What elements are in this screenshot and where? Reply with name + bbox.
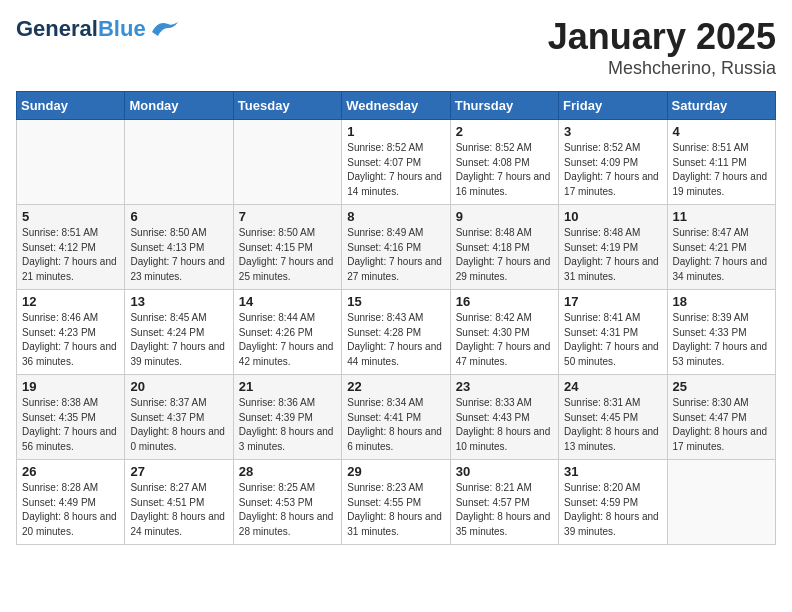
month-title: January 2025 [548, 16, 776, 58]
day-info: Sunrise: 8:37 AMSunset: 4:37 PMDaylight:… [130, 396, 227, 454]
calendar-cell: 17Sunrise: 8:41 AMSunset: 4:31 PMDayligh… [559, 290, 667, 375]
calendar-cell [17, 120, 125, 205]
day-number: 15 [347, 294, 444, 309]
calendar-cell: 8Sunrise: 8:49 AMSunset: 4:16 PMDaylight… [342, 205, 450, 290]
calendar-cell: 23Sunrise: 8:33 AMSunset: 4:43 PMDayligh… [450, 375, 558, 460]
day-info: Sunrise: 8:48 AMSunset: 4:19 PMDaylight:… [564, 226, 661, 284]
day-number: 30 [456, 464, 553, 479]
location-title: Meshcherino, Russia [548, 58, 776, 79]
calendar-cell: 26Sunrise: 8:28 AMSunset: 4:49 PMDayligh… [17, 460, 125, 545]
day-number: 10 [564, 209, 661, 224]
day-info: Sunrise: 8:52 AMSunset: 4:08 PMDaylight:… [456, 141, 553, 199]
calendar-cell: 6Sunrise: 8:50 AMSunset: 4:13 PMDaylight… [125, 205, 233, 290]
calendar-cell: 14Sunrise: 8:44 AMSunset: 4:26 PMDayligh… [233, 290, 341, 375]
day-info: Sunrise: 8:36 AMSunset: 4:39 PMDaylight:… [239, 396, 336, 454]
day-info: Sunrise: 8:52 AMSunset: 4:07 PMDaylight:… [347, 141, 444, 199]
day-info: Sunrise: 8:34 AMSunset: 4:41 PMDaylight:… [347, 396, 444, 454]
calendar-cell: 21Sunrise: 8:36 AMSunset: 4:39 PMDayligh… [233, 375, 341, 460]
day-number: 29 [347, 464, 444, 479]
weekday-header-row: SundayMondayTuesdayWednesdayThursdayFrid… [17, 92, 776, 120]
day-info: Sunrise: 8:31 AMSunset: 4:45 PMDaylight:… [564, 396, 661, 454]
calendar-cell: 22Sunrise: 8:34 AMSunset: 4:41 PMDayligh… [342, 375, 450, 460]
page-header: GeneralBlue January 2025 Meshcherino, Ru… [16, 16, 776, 79]
calendar-cell: 29Sunrise: 8:23 AMSunset: 4:55 PMDayligh… [342, 460, 450, 545]
day-info: Sunrise: 8:49 AMSunset: 4:16 PMDaylight:… [347, 226, 444, 284]
calendar-cell: 4Sunrise: 8:51 AMSunset: 4:11 PMDaylight… [667, 120, 775, 205]
weekday-header: Thursday [450, 92, 558, 120]
calendar-cell: 20Sunrise: 8:37 AMSunset: 4:37 PMDayligh… [125, 375, 233, 460]
day-info: Sunrise: 8:23 AMSunset: 4:55 PMDaylight:… [347, 481, 444, 539]
day-info: Sunrise: 8:46 AMSunset: 4:23 PMDaylight:… [22, 311, 119, 369]
calendar-cell: 13Sunrise: 8:45 AMSunset: 4:24 PMDayligh… [125, 290, 233, 375]
day-info: Sunrise: 8:47 AMSunset: 4:21 PMDaylight:… [673, 226, 770, 284]
day-number: 20 [130, 379, 227, 394]
calendar-cell: 18Sunrise: 8:39 AMSunset: 4:33 PMDayligh… [667, 290, 775, 375]
day-number: 28 [239, 464, 336, 479]
day-number: 17 [564, 294, 661, 309]
day-number: 27 [130, 464, 227, 479]
calendar-cell: 24Sunrise: 8:31 AMSunset: 4:45 PMDayligh… [559, 375, 667, 460]
calendar-cell: 5Sunrise: 8:51 AMSunset: 4:12 PMDaylight… [17, 205, 125, 290]
day-info: Sunrise: 8:28 AMSunset: 4:49 PMDaylight:… [22, 481, 119, 539]
calendar-cell: 3Sunrise: 8:52 AMSunset: 4:09 PMDaylight… [559, 120, 667, 205]
day-info: Sunrise: 8:33 AMSunset: 4:43 PMDaylight:… [456, 396, 553, 454]
weekday-header: Saturday [667, 92, 775, 120]
calendar-week-row: 5Sunrise: 8:51 AMSunset: 4:12 PMDaylight… [17, 205, 776, 290]
weekday-header: Tuesday [233, 92, 341, 120]
day-number: 2 [456, 124, 553, 139]
day-info: Sunrise: 8:50 AMSunset: 4:13 PMDaylight:… [130, 226, 227, 284]
day-number: 14 [239, 294, 336, 309]
day-info: Sunrise: 8:25 AMSunset: 4:53 PMDaylight:… [239, 481, 336, 539]
day-number: 13 [130, 294, 227, 309]
day-info: Sunrise: 8:45 AMSunset: 4:24 PMDaylight:… [130, 311, 227, 369]
day-info: Sunrise: 8:30 AMSunset: 4:47 PMDaylight:… [673, 396, 770, 454]
logo-text: GeneralBlue [16, 16, 146, 42]
weekday-header: Monday [125, 92, 233, 120]
day-number: 23 [456, 379, 553, 394]
day-info: Sunrise: 8:44 AMSunset: 4:26 PMDaylight:… [239, 311, 336, 369]
day-number: 21 [239, 379, 336, 394]
day-info: Sunrise: 8:52 AMSunset: 4:09 PMDaylight:… [564, 141, 661, 199]
calendar-cell: 2Sunrise: 8:52 AMSunset: 4:08 PMDaylight… [450, 120, 558, 205]
calendar-week-row: 26Sunrise: 8:28 AMSunset: 4:49 PMDayligh… [17, 460, 776, 545]
day-number: 6 [130, 209, 227, 224]
day-number: 12 [22, 294, 119, 309]
calendar-week-row: 12Sunrise: 8:46 AMSunset: 4:23 PMDayligh… [17, 290, 776, 375]
title-block: January 2025 Meshcherino, Russia [548, 16, 776, 79]
day-number: 24 [564, 379, 661, 394]
day-info: Sunrise: 8:27 AMSunset: 4:51 PMDaylight:… [130, 481, 227, 539]
day-info: Sunrise: 8:41 AMSunset: 4:31 PMDaylight:… [564, 311, 661, 369]
calendar-cell: 9Sunrise: 8:48 AMSunset: 4:18 PMDaylight… [450, 205, 558, 290]
day-info: Sunrise: 8:20 AMSunset: 4:59 PMDaylight:… [564, 481, 661, 539]
day-number: 1 [347, 124, 444, 139]
logo: GeneralBlue [16, 16, 182, 42]
day-number: 3 [564, 124, 661, 139]
day-info: Sunrise: 8:39 AMSunset: 4:33 PMDaylight:… [673, 311, 770, 369]
calendar-cell [233, 120, 341, 205]
calendar-table: SundayMondayTuesdayWednesdayThursdayFrid… [16, 91, 776, 545]
day-info: Sunrise: 8:42 AMSunset: 4:30 PMDaylight:… [456, 311, 553, 369]
day-info: Sunrise: 8:51 AMSunset: 4:12 PMDaylight:… [22, 226, 119, 284]
calendar-cell: 16Sunrise: 8:42 AMSunset: 4:30 PMDayligh… [450, 290, 558, 375]
day-number: 5 [22, 209, 119, 224]
calendar-cell: 10Sunrise: 8:48 AMSunset: 4:19 PMDayligh… [559, 205, 667, 290]
calendar-cell: 25Sunrise: 8:30 AMSunset: 4:47 PMDayligh… [667, 375, 775, 460]
calendar-cell [125, 120, 233, 205]
day-info: Sunrise: 8:51 AMSunset: 4:11 PMDaylight:… [673, 141, 770, 199]
calendar-week-row: 19Sunrise: 8:38 AMSunset: 4:35 PMDayligh… [17, 375, 776, 460]
calendar-cell: 30Sunrise: 8:21 AMSunset: 4:57 PMDayligh… [450, 460, 558, 545]
weekday-header: Sunday [17, 92, 125, 120]
day-number: 7 [239, 209, 336, 224]
calendar-cell: 19Sunrise: 8:38 AMSunset: 4:35 PMDayligh… [17, 375, 125, 460]
calendar-cell: 12Sunrise: 8:46 AMSunset: 4:23 PMDayligh… [17, 290, 125, 375]
day-number: 19 [22, 379, 119, 394]
calendar-cell: 7Sunrise: 8:50 AMSunset: 4:15 PMDaylight… [233, 205, 341, 290]
day-number: 16 [456, 294, 553, 309]
calendar-cell: 11Sunrise: 8:47 AMSunset: 4:21 PMDayligh… [667, 205, 775, 290]
day-number: 18 [673, 294, 770, 309]
logo-bird-icon [150, 18, 182, 40]
calendar-cell: 31Sunrise: 8:20 AMSunset: 4:59 PMDayligh… [559, 460, 667, 545]
day-info: Sunrise: 8:48 AMSunset: 4:18 PMDaylight:… [456, 226, 553, 284]
weekday-header: Friday [559, 92, 667, 120]
calendar-cell [667, 460, 775, 545]
